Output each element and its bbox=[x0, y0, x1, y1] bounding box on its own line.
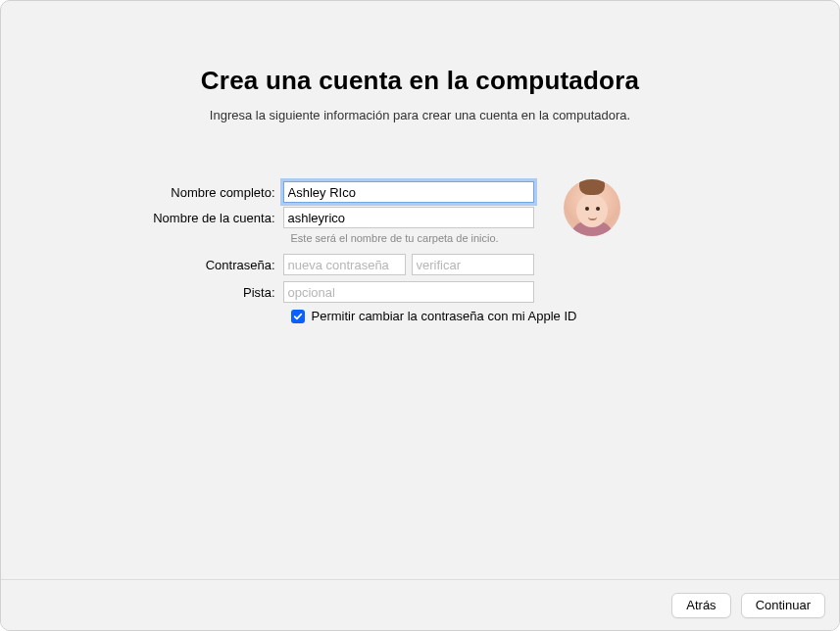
hint-label: Pista: bbox=[117, 285, 283, 300]
page-subtitle: Ingresa la siguiente información para cr… bbox=[210, 108, 630, 122]
content-area: Crea una cuenta en la computadora Ingres… bbox=[1, 1, 839, 579]
full-name-label: Nombre completo: bbox=[117, 185, 283, 200]
password-verify-input[interactable] bbox=[412, 254, 534, 275]
full-name-input[interactable] bbox=[283, 181, 534, 203]
password-label: Contraseña: bbox=[117, 258, 283, 272]
page-title: Crea una cuenta en la computadora bbox=[201, 66, 639, 96]
allow-reset-label: Permitir cambiar la contraseña con mi Ap… bbox=[312, 309, 577, 323]
account-name-label: Nombre de la cuenta: bbox=[117, 211, 283, 225]
allow-reset-checkbox[interactable] bbox=[291, 310, 305, 323]
account-name-helper: Este será el nombre de tu carpeta de ini… bbox=[291, 232, 499, 244]
account-form: Nombre completo: Nombre de la cuenta: Es… bbox=[117, 181, 724, 323]
back-button[interactable]: Atrás bbox=[671, 593, 730, 618]
footer: Atrás Continuar bbox=[1, 579, 839, 630]
password-new-input[interactable] bbox=[283, 254, 406, 275]
setup-window: Crea una cuenta en la computadora Ingres… bbox=[0, 0, 840, 631]
hint-input[interactable] bbox=[283, 281, 534, 303]
account-name-input[interactable] bbox=[283, 207, 534, 228]
avatar[interactable] bbox=[564, 179, 620, 236]
checkmark-icon bbox=[293, 312, 303, 321]
continue-button[interactable]: Continuar bbox=[741, 593, 825, 618]
